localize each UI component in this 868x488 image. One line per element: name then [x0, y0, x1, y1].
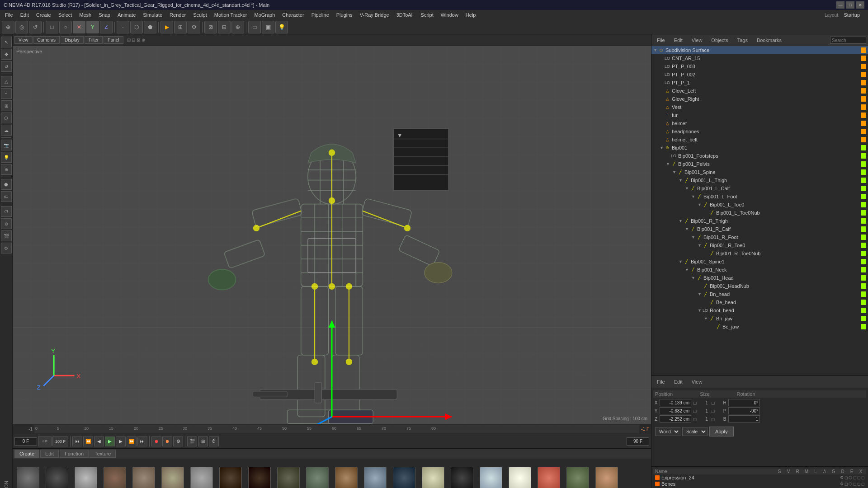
obj-dot-1[interactable] — [861, 210, 866, 216]
menu-help[interactable]: Help — [462, 11, 479, 19]
select-all[interactable]: □ — [46, 21, 58, 33]
obj-dot-1[interactable] — [861, 80, 866, 85]
obj-tab-objects[interactable]: Objects — [708, 37, 731, 44]
obj-root-head[interactable]: ▼ LO Root_head — [651, 306, 868, 314]
obj-dot-1[interactable] — [861, 121, 866, 126]
obj-dot-1[interactable] — [861, 96, 866, 102]
obj-bip001-neck[interactable]: ▼ ╱ Bip001_Neck — [651, 266, 868, 274]
obj-bip001-r-thigh[interactable]: ▼ ╱ Bip001_R_Thigh — [651, 217, 868, 225]
rotate-tool[interactable]: ↺ — [29, 21, 42, 33]
obj-bip001-head[interactable]: ▼ ╱ Bip001_Head — [651, 274, 868, 282]
obj-dot-1[interactable] — [861, 275, 866, 281]
tool-deform[interactable]: ⬡ — [1, 113, 12, 123]
obj-dot-1[interactable] — [861, 194, 866, 199]
menu-mesh[interactable]: Mesh — [76, 11, 94, 19]
obj-dot-1[interactable] — [861, 47, 866, 53]
frame-100[interactable]: 100 F — [52, 436, 68, 446]
record-all[interactable]: ⏺ — [162, 436, 172, 446]
goto-end[interactable]: ⏭ — [137, 436, 147, 446]
axis-z[interactable]: Z — [100, 21, 113, 33]
tool-rotate[interactable]: ↺ — [1, 61, 12, 72]
obj-bip001-l-toe0nub[interactable]: ╱ Bip001_L_Toe0Nub — [651, 209, 868, 217]
world-select[interactable]: World — [655, 427, 680, 436]
rotation-p-input[interactable] — [728, 407, 760, 414]
obj-helmet[interactable]: △ helmet — [651, 119, 868, 127]
record-settings[interactable]: ⚙ — [173, 436, 183, 446]
material-tongue[interactable]: tongue_ — [535, 467, 562, 488]
obj-dot-1[interactable] — [861, 291, 866, 297]
obj-dot-1[interactable] — [861, 129, 866, 134]
obj-dot-1[interactable] — [861, 64, 866, 69]
record-btn[interactable]: ⏺ — [151, 436, 161, 446]
obj-bip001-r-toe0nub[interactable]: ╱ Bip001_R_Toe0Nub — [651, 249, 868, 258]
obj-dot-1[interactable] — [861, 169, 866, 175]
window-controls[interactable]: — □ ✕ — [836, 1, 864, 9]
obj-bip001-spine[interactable]: ▼ ╱ Bip001_Spine — [651, 168, 868, 176]
obj-dot-1[interactable] — [861, 259, 866, 264]
material-fabric-c[interactable]: fabric_c — [130, 467, 157, 488]
position-x-input[interactable] — [660, 399, 691, 406]
obj-bn-jaw[interactable]: ▼ ╱ Bn_jaw — [651, 314, 868, 323]
material-leather[interactable]: Leather_ — [333, 467, 360, 488]
obj-dot-1[interactable] — [861, 161, 866, 167]
obj-bip001-l-foot[interactable]: ▼ ╱ Bip001_L_Foot — [651, 192, 868, 201]
tool-tag[interactable]: 🏷 — [1, 191, 12, 202]
attr-tab-edit[interactable]: Edit — [670, 378, 686, 385]
edge-mode[interactable]: ⬡ — [130, 21, 143, 33]
obj-cnt-ar15[interactable]: LO CNT_AR_15 — [651, 54, 868, 62]
material-grips-m[interactable]: grips_M — [275, 467, 302, 488]
tool-material[interactable]: ⬟ — [1, 179, 12, 190]
menu-edit[interactable]: Edit — [17, 11, 32, 19]
motion-clips[interactable]: 🎬 — [187, 436, 197, 446]
tool-camera[interactable]: 📷 — [1, 140, 12, 150]
deselect[interactable]: ○ — [59, 21, 72, 33]
obj-dot-1[interactable] — [861, 104, 866, 110]
obj-dot-1[interactable] — [861, 316, 866, 321]
obj-pt-p002[interactable]: LO PT_P_002 — [651, 70, 868, 79]
obj-tab-bookmarks[interactable]: Bookmarks — [753, 37, 785, 44]
mat-tab-function[interactable]: Function — [60, 450, 89, 458]
obj-dot-1[interactable] — [861, 300, 866, 305]
active-tool-x[interactable]: ✕ — [73, 21, 85, 33]
material-glove-r[interactable]: Glove_R — [246, 467, 273, 488]
active-tool-y[interactable]: Y — [86, 21, 99, 33]
menu-plugins[interactable]: Plugins — [333, 11, 356, 19]
menu-sculpt[interactable]: Sculpt — [190, 11, 210, 19]
tool-nurbs[interactable]: ⊞ — [1, 100, 12, 111]
tool-plugin[interactable]: ⚙ — [1, 243, 12, 253]
obj-bip001-l-calf[interactable]: ▼ ╱ Bip001_L_Calf — [651, 184, 868, 192]
obj-bip001-footsteps[interactable]: LO Bip001_Footsteps — [651, 152, 868, 160]
prev-key[interactable]: ◀ — [94, 436, 104, 446]
material-fabric-b[interactable]: fabric_b — [101, 467, 128, 488]
obj-be-jaw[interactable]: ╱ Be_jaw — [651, 323, 868, 331]
menu-file[interactable]: File — [2, 11, 16, 19]
obj-pt-p003[interactable]: LO PT_P_003 — [651, 62, 868, 70]
mixer[interactable]: ⊞ — [198, 436, 208, 446]
timeline-ruler[interactable]: 0 5 10 15 20 25 30 35 40 45 50 55 60 65 … — [34, 425, 639, 433]
point-mode[interactable]: · — [117, 21, 129, 33]
minimize-button[interactable]: — — [836, 1, 844, 9]
obj-headphones[interactable]: △ headphones — [651, 127, 868, 136]
obj-bip001-l-thigh[interactable]: ▼ ╱ Bip001_L_Thigh — [651, 176, 868, 184]
obj-dot-1[interactable] — [861, 186, 866, 191]
tool-light[interactable]: 💡 — [1, 152, 12, 163]
object-search-input[interactable] — [830, 37, 866, 44]
scale-select[interactable]: Scale — [682, 427, 708, 436]
material-paint-bl[interactable]: Paint_bl — [391, 467, 418, 488]
obj-tab-tags[interactable]: Tags — [734, 37, 751, 44]
end-frame-input[interactable] — [627, 437, 649, 446]
material-fabric-p[interactable]: fabric_p — [159, 467, 186, 488]
obj-bip001[interactable]: ▼ ⊕ Bip001 — [651, 144, 868, 152]
menu-vray[interactable]: V-Ray Bridge — [357, 11, 392, 19]
tool-xpresso[interactable]: ⊘ — [1, 218, 12, 229]
obj-bip001-r-toe0[interactable]: ▼ ╱ Bip001_R_Toe0 — [651, 241, 868, 249]
menu-3dtoall[interactable]: 3DToAll — [393, 11, 417, 19]
workplane[interactable]: ⊕ — [231, 21, 244, 33]
obj-vest[interactable]: △ Vest — [651, 103, 868, 111]
tool-spline[interactable]: ~ — [1, 88, 12, 99]
obj-dot-1[interactable] — [861, 243, 866, 248]
obj-dot-1[interactable] — [861, 283, 866, 289]
position-z-input[interactable] — [660, 415, 691, 422]
tool-timeline[interactable]: ⏱ — [1, 206, 12, 217]
obj-dot-1[interactable] — [861, 88, 866, 94]
